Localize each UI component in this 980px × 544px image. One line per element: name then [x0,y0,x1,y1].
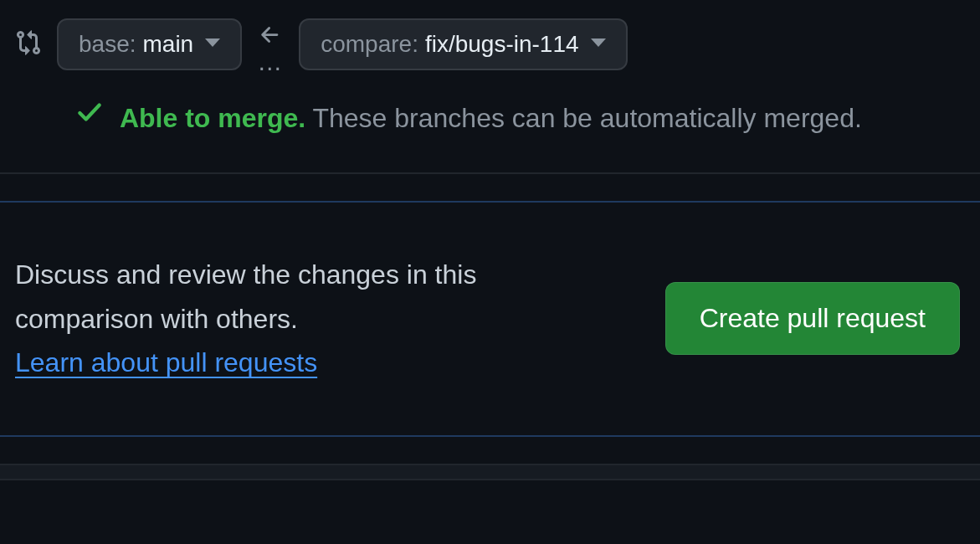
gap [0,437,980,464]
compare-prefix-label: compare: [321,31,418,58]
base-prefix-label: base: [79,31,136,58]
compare-direction-indicator: … [257,23,284,66]
merge-status-message: Able to merge. These branches can be aut… [0,70,980,172]
arrow-left-icon [258,23,283,51]
panel-description-text: Discuss and review the changes in this c… [15,259,476,334]
gap [0,174,980,201]
branch-selector-row: base: main … compare: fix/bugs-in-114 [0,0,980,70]
git-compare-icon [15,29,42,59]
panel-description: Discuss and review the changes in this c… [15,253,601,385]
compare-branch-name: fix/bugs-in-114 [425,31,579,58]
check-icon [75,95,104,140]
caret-down-icon [591,38,606,47]
caret-down-icon [205,38,220,47]
merge-status-detail: These branches can be automatically merg… [312,103,861,133]
create-pr-panel: Discuss and review the changes in this c… [0,201,980,437]
base-branch-name: main [143,31,194,58]
ellipsis-icon: … [257,58,284,66]
merge-status-title: Able to merge. [120,103,305,133]
create-pull-request-button[interactable]: Create pull request [665,282,960,355]
base-branch-selector[interactable]: base: main [57,18,242,70]
learn-about-prs-link[interactable]: Learn about pull requests [15,347,317,377]
bottom-bar [0,464,980,480]
compare-branch-selector[interactable]: compare: fix/bugs-in-114 [299,18,627,70]
